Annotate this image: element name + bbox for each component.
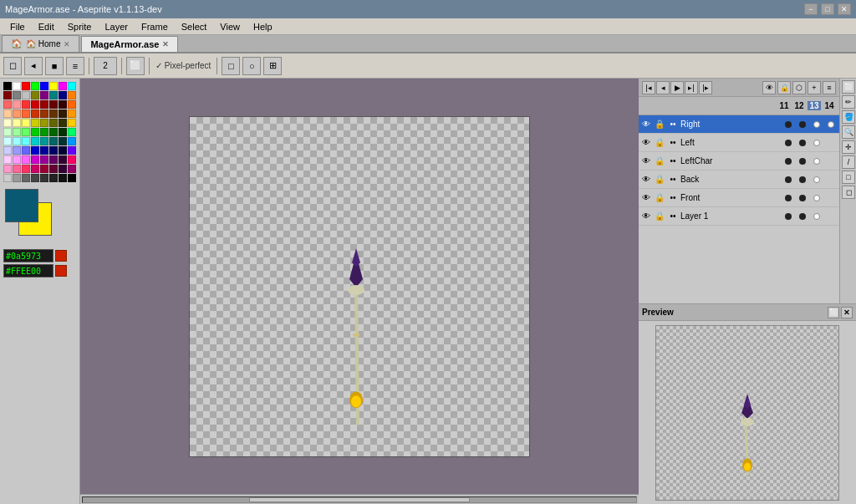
line-tool[interactable]: /	[842, 155, 855, 169]
visibility-icon-back[interactable]: 👁	[640, 174, 652, 186]
sprite-canvas[interactable]	[189, 116, 530, 457]
palette-cell-3[interactable]	[31, 82, 39, 90]
visibility-icon-left[interactable]: 👁	[640, 137, 652, 149]
palette-cell-70[interactable]	[59, 155, 67, 164]
circle-select-button[interactable]: ○	[242, 57, 261, 75]
palette-cell-74[interactable]	[22, 165, 30, 173]
palette-cell-64[interactable]	[3, 155, 12, 164]
palette-cell-66[interactable]	[22, 155, 30, 164]
palette-cell-87[interactable]	[68, 174, 76, 182]
link-icon[interactable]: ⬡	[792, 81, 806, 94]
palette-cell-78[interactable]	[59, 165, 67, 173]
palette-cell-48[interactable]	[3, 137, 12, 145]
palette-cell-69[interactable]	[49, 155, 58, 164]
palette-cell-10[interactable]	[22, 91, 30, 99]
palette-cell-62[interactable]	[59, 146, 67, 155]
layer-row-left[interactable]: 👁 🔒 •• Left	[639, 134, 839, 152]
layers-button[interactable]: ≡	[66, 57, 84, 75]
visibility-icon-layer1[interactable]: 👁	[640, 211, 652, 222]
frame-cell-la11[interactable]	[782, 208, 795, 225]
palette-cell-81[interactable]	[13, 174, 21, 182]
palette-cell-43[interactable]	[31, 128, 39, 136]
palette-cell-14[interactable]	[59, 91, 67, 99]
palette-cell-13[interactable]	[49, 91, 58, 99]
frame-cell-f12[interactable]	[796, 190, 809, 206]
preview-maximize[interactable]: ⬜	[828, 307, 839, 318]
frame-cell-la13[interactable]	[810, 208, 823, 225]
palette-cell-30[interactable]	[59, 109, 67, 118]
preview-close[interactable]: ✕	[841, 307, 853, 318]
tab-home-close[interactable]: ✕	[64, 40, 70, 48]
fg-hex-button[interactable]	[55, 250, 67, 262]
frame-cell-r12[interactable]	[796, 116, 809, 133]
palette-cell-71[interactable]	[68, 155, 76, 164]
add-layer-btn[interactable]: +	[808, 81, 821, 94]
palette-cell-23[interactable]	[68, 100, 76, 109]
bg-hex-button[interactable]	[55, 265, 67, 277]
palette-cell-79[interactable]	[68, 165, 76, 173]
tab-home[interactable]: 🏠 🏠 Home ✕	[2, 35, 79, 52]
palette-cell-85[interactable]	[49, 174, 58, 182]
palette-cell-52[interactable]	[40, 137, 48, 145]
frame-cell-lc13[interactable]	[810, 153, 823, 170]
frame-cell-r13[interactable]	[810, 116, 823, 133]
menu-edit[interactable]: Edit	[32, 20, 61, 33]
palette-cell-55[interactable]	[68, 137, 76, 145]
palette-cell-21[interactable]	[49, 100, 58, 109]
palette-cell-0[interactable]	[3, 82, 12, 90]
lock-icon-front[interactable]: 🔒	[654, 192, 665, 204]
lock-icon[interactable]: 🔒	[777, 81, 791, 94]
lock-icon-layer1[interactable]: 🔒	[654, 211, 665, 222]
menu-frame[interactable]: Frame	[135, 20, 175, 33]
frame-cell-f14[interactable]	[824, 190, 838, 206]
palette-cell-83[interactable]	[31, 174, 39, 182]
palette-cell-61[interactable]	[49, 146, 58, 155]
frame-cell-r11[interactable]	[782, 116, 795, 133]
frame-cell-l14[interactable]	[824, 135, 838, 151]
palette-cell-68[interactable]	[40, 155, 48, 164]
new-button[interactable]: ◻	[3, 57, 22, 75]
frame-cell-b12[interactable]	[796, 171, 809, 188]
move-tool[interactable]: ✛	[842, 140, 855, 154]
frame-cell-b13[interactable]	[810, 171, 823, 188]
fg-color-swatch[interactable]	[5, 189, 38, 222]
palette-cell-77[interactable]	[49, 165, 58, 173]
canvas-container[interactable]	[80, 79, 639, 494]
palette-cell-80[interactable]	[3, 174, 12, 182]
palette-cell-8[interactable]	[3, 91, 12, 99]
layer-row-front[interactable]: 👁 🔒 •• Front	[639, 189, 839, 207]
frame-cell-f11[interactable]	[782, 190, 795, 206]
layer-row-back[interactable]: 👁 🔒 •• Back	[639, 171, 839, 189]
frame-cell-r14[interactable]	[824, 116, 838, 133]
palette-cell-45[interactable]	[49, 128, 58, 136]
palette-cell-50[interactable]	[22, 137, 30, 145]
palette-cell-54[interactable]	[59, 137, 67, 145]
layer-options-btn[interactable]: ≡	[823, 81, 836, 94]
brush-size-button[interactable]: ⬜	[126, 57, 145, 75]
visibility-icon-front[interactable]: 👁	[640, 192, 652, 204]
lock-icon-back[interactable]: 🔒	[654, 174, 665, 186]
palette-cell-63[interactable]	[68, 146, 76, 155]
palette-cell-51[interactable]	[31, 137, 39, 145]
stop-button[interactable]: ■	[45, 57, 64, 75]
menu-layer[interactable]: Layer	[98, 20, 135, 33]
frame-cell-l12[interactable]	[796, 135, 809, 151]
palette-cell-4[interactable]	[40, 82, 48, 90]
minimize-button[interactable]: −	[804, 3, 818, 15]
close-button[interactable]: ✕	[838, 3, 851, 15]
frame-cell-lc14[interactable]	[824, 153, 838, 170]
palette-cell-34[interactable]	[22, 119, 30, 127]
fg-hex-input[interactable]	[3, 249, 54, 262]
palette-cell-59[interactable]	[31, 146, 39, 155]
menu-file[interactable]: File	[3, 20, 32, 33]
scrollbar-thumb[interactable]	[249, 497, 471, 502]
eye-icon[interactable]: 👁	[762, 81, 776, 94]
palette-cell-38[interactable]	[59, 119, 67, 127]
palette-cell-58[interactable]	[22, 146, 30, 155]
frame-cell-b14[interactable]	[824, 171, 838, 188]
select-all-tool[interactable]: ⬜	[842, 80, 855, 94]
scrollbar-track[interactable]	[82, 496, 637, 503]
wand-select-button[interactable]: ⊞	[263, 57, 282, 75]
visibility-icon-right[interactable]: 👁	[640, 119, 652, 130]
tab-magearmor[interactable]: MageArmor.ase ✕	[81, 36, 178, 52]
